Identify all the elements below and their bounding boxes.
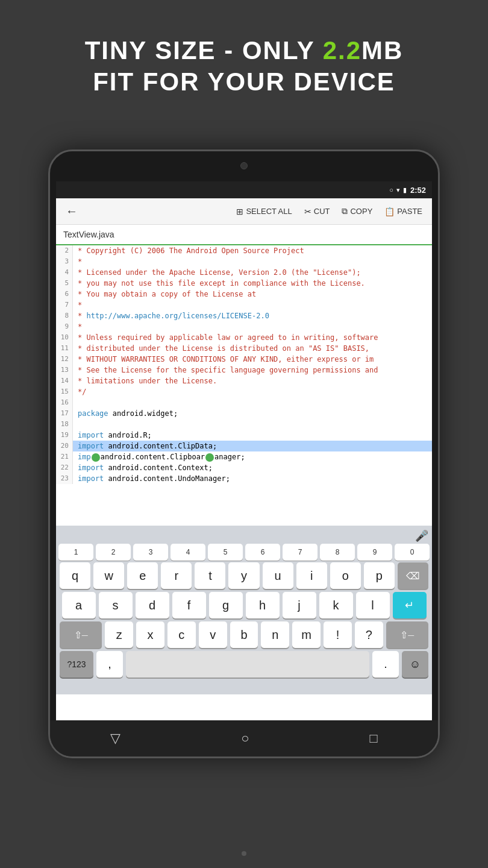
key-e[interactable]: e	[127, 562, 158, 589]
keyboard-bottom-row: ?123 , . ☺	[56, 651, 432, 678]
table-row: 13 * See the License for the specific la…	[56, 365, 432, 376]
key-a[interactable]: a	[62, 592, 96, 618]
code-editor[interactable]: 2 * Copyright (C) 2006 The Android Open …	[56, 245, 432, 526]
select-all-icon: ⊞	[236, 207, 243, 216]
key-p[interactable]: p	[364, 562, 395, 589]
key-1[interactable]: 1	[58, 544, 93, 561]
backspace-key[interactable]: ⌫	[398, 562, 428, 589]
period-key[interactable]: .	[372, 651, 399, 678]
paste-button[interactable]: 📋 PASTE	[380, 204, 427, 219]
wifi-icon: ▾	[396, 186, 400, 194]
table-row: 20 import android.content.ClipData;	[56, 441, 432, 451]
comma-key[interactable]: ,	[96, 651, 123, 678]
table-row: 4 * Licensed under the Apache License, V…	[56, 267, 432, 278]
table-row: 5 * you may not use this file except in …	[56, 278, 432, 289]
recent-nav-button[interactable]: □	[370, 731, 378, 746]
key-i[interactable]: i	[296, 562, 327, 589]
key-f[interactable]: f	[172, 592, 206, 618]
tablet-frame: ○ ▾ ▮ 2:52 ← ⊞ SELECT ALL ✂ CUT ⧉ COPY	[48, 149, 440, 758]
key-q[interactable]: q	[60, 562, 90, 589]
key-l[interactable]: l	[356, 592, 390, 618]
key-w[interactable]: w	[93, 562, 124, 589]
key-m[interactable]: m	[292, 621, 321, 648]
select-all-label: SELECT ALL	[246, 207, 292, 216]
tablet-camera	[240, 162, 248, 169]
key-g[interactable]: g	[209, 592, 243, 618]
shift-right-key[interactable]: ⇧—	[386, 621, 428, 648]
space-key[interactable]	[126, 651, 369, 678]
emoji-key[interactable]: ☺	[402, 651, 428, 678]
key-4[interactable]: 4	[170, 544, 205, 561]
table-row: 8 * http://www.apache.org/licenses/LICEN…	[56, 310, 432, 321]
header-line2: FIT FOR YOUR DEVICE	[0, 68, 488, 96]
key-t[interactable]: t	[195, 562, 225, 589]
paste-label: PASTE	[397, 207, 422, 216]
table-row: 3 *	[56, 256, 432, 267]
select-all-button[interactable]: ⊞ SELECT ALL	[231, 204, 296, 219]
key-2[interactable]: 2	[96, 544, 131, 561]
table-row: 11 * distributed under the License is di…	[56, 343, 432, 354]
key-question[interactable]: ?	[355, 621, 383, 648]
key-7[interactable]: 7	[283, 544, 318, 561]
keyboard[interactable]: 🎤 1 2 3 4 5 6 7 8 9 0 q w e r t	[56, 526, 432, 694]
table-row: 12 * WITHOUT WARRANTIES OR CONDITIONS OF…	[56, 354, 432, 365]
key-d[interactable]: d	[136, 592, 169, 618]
tablet-screen: ○ ▾ ▮ 2:52 ← ⊞ SELECT ALL ✂ CUT ⧉ COPY	[56, 181, 432, 720]
back-nav-button[interactable]: ▽	[110, 731, 120, 746]
key-9[interactable]: 9	[357, 544, 392, 561]
key-r[interactable]: r	[161, 562, 192, 589]
status-icons: ○ ▾ ▮	[389, 186, 407, 194]
keyboard-row-3: ⇧— z x c v b n m ! ? ⇧—	[56, 621, 432, 648]
header-line1: TINY SIZE - ONLY 2.2MB	[0, 36, 488, 65]
app-header: TINY SIZE - ONLY 2.2MB FIT FOR YOUR DEVI…	[0, 36, 488, 96]
key-c[interactable]: c	[167, 621, 196, 648]
home-nav-button[interactable]: ○	[241, 731, 249, 746]
file-tab-name: TextView.java	[63, 230, 114, 239]
copy-button[interactable]: ⧉ COPY	[337, 204, 377, 219]
enter-key[interactable]: ↵	[393, 592, 427, 618]
key-exclaim[interactable]: !	[324, 621, 352, 648]
key-3[interactable]: 3	[133, 544, 168, 561]
back-button[interactable]: ←	[61, 202, 83, 221]
sym-key[interactable]: ?123	[60, 651, 93, 678]
key-b[interactable]: b	[230, 621, 258, 648]
table-row: 6 * You may obtain a copy of the License…	[56, 289, 432, 300]
key-6[interactable]: 6	[245, 544, 280, 561]
header-highlight: 2.2	[323, 36, 361, 64]
mic-icon[interactable]: 🎤	[415, 529, 428, 542]
key-o[interactable]: o	[330, 562, 361, 589]
key-5[interactable]: 5	[208, 544, 243, 561]
table-row: 14 * limitations under the License.	[56, 376, 432, 386]
key-8[interactable]: 8	[320, 544, 355, 561]
key-k[interactable]: k	[319, 592, 353, 618]
table-row: 22 import android.content.Context;	[56, 462, 432, 473]
key-n[interactable]: n	[261, 621, 289, 648]
table-row: 10 * Unless required by applicable law o…	[56, 332, 432, 343]
key-0[interactable]: 0	[395, 544, 430, 561]
table-row: 7 *	[56, 300, 432, 310]
key-s[interactable]: s	[99, 592, 133, 618]
cut-icon: ✂	[304, 207, 311, 216]
file-tab[interactable]: TextView.java	[56, 225, 432, 245]
header-text-part2: MB	[361, 36, 403, 64]
key-j[interactable]: j	[283, 592, 316, 618]
header-text-part1: TINY SIZE - ONLY	[85, 36, 323, 64]
key-y[interactable]: y	[228, 562, 259, 589]
key-x[interactable]: x	[136, 621, 164, 648]
bottom-dot	[242, 851, 246, 856]
mic-area: 🎤	[56, 528, 432, 544]
toolbar: ← ⊞ SELECT ALL ✂ CUT ⧉ COPY 📋 PASTE	[56, 198, 432, 225]
table-row: 18	[56, 419, 432, 430]
cut-label: CUT	[314, 207, 330, 216]
key-v[interactable]: v	[199, 621, 227, 648]
key-h[interactable]: h	[246, 592, 280, 618]
signal-icon: ○	[389, 186, 393, 193]
cut-button[interactable]: ✂ CUT	[299, 204, 335, 219]
key-u[interactable]: u	[263, 562, 293, 589]
table-row: 19 import android.R;	[56, 430, 432, 441]
shift-left-key[interactable]: ⇧—	[60, 621, 102, 648]
table-row: 2 * Copyright (C) 2006 The Android Open …	[56, 245, 432, 256]
number-row: 1 2 3 4 5 6 7 8 9 0	[56, 544, 432, 561]
paste-icon: 📋	[384, 207, 395, 216]
key-z[interactable]: z	[105, 621, 133, 648]
